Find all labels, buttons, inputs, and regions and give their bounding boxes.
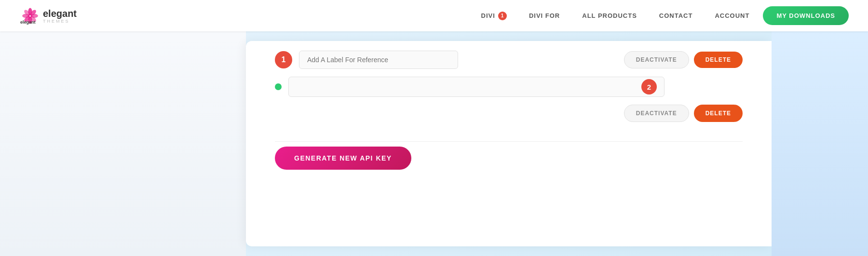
label-input[interactable]: [299, 51, 458, 69]
nav-divi-badge: 1: [498, 12, 507, 20]
sidebar-area: [0, 31, 246, 256]
api-key-input-row: 2: [275, 77, 743, 97]
logo-icon: elegant: [19, 5, 41, 27]
logo-name: elegant: [43, 8, 77, 19]
delete-button-top[interactable]: DELETE: [694, 52, 743, 68]
nav-divi[interactable]: DIVI 1: [473, 8, 515, 24]
deactivate-button-bottom[interactable]: DEACTIVATE: [624, 105, 689, 122]
delete-button-bottom[interactable]: DELETE: [694, 105, 743, 122]
api-key-label-area: 1: [275, 51, 458, 69]
svg-text:elegant: elegant: [20, 20, 36, 25]
api-key-header: 1 DEACTIVATE DELETE: [275, 51, 743, 69]
api-key-row: 1 DEACTIVATE DELETE 2 DEACTIVATE D: [275, 41, 743, 142]
nav-contact[interactable]: CONTACT: [651, 8, 702, 23]
top-action-buttons: DEACTIVATE DELETE: [624, 51, 743, 68]
generate-section: GENERATE NEW API KEY: [275, 147, 743, 170]
step-badge-1: 1: [275, 51, 292, 68]
api-key-input[interactable]: [288, 77, 665, 97]
right-gradient-panel: [772, 31, 868, 256]
api-key-input-wrapper: 2: [288, 77, 665, 97]
deactivate-button-top[interactable]: DEACTIVATE: [624, 51, 689, 68]
my-downloads-button[interactable]: MY DOWNLOADS: [763, 6, 849, 25]
bottom-action-buttons: DEACTIVATE DELETE: [275, 105, 743, 122]
generate-api-key-button[interactable]: GENERATE NEW API KEY: [275, 147, 411, 170]
main-nav: DIVI 1 DIVI FOR ALL PRODUCTS CONTACT ACC…: [473, 6, 849, 25]
status-dot: [275, 83, 282, 90]
main-content: 1 DEACTIVATE DELETE 2 DEACTIVATE D: [0, 31, 868, 256]
nav-divi-label: DIVI: [481, 12, 495, 19]
nav-divi-for[interactable]: DIVI FOR: [520, 8, 569, 23]
step-badge-2: 2: [641, 79, 657, 94]
content-area: 1 DEACTIVATE DELETE 2 DEACTIVATE D: [246, 41, 772, 246]
logo-area: elegant elegant THEMES: [19, 5, 77, 27]
logo-tagline: THEMES: [43, 19, 77, 24]
header: elegant elegant THEMES DIVI 1 DIVI FOR A…: [0, 0, 868, 31]
nav-all-products[interactable]: ALL PRODUCTS: [573, 8, 646, 23]
nav-account[interactable]: ACCOUNT: [706, 8, 758, 23]
